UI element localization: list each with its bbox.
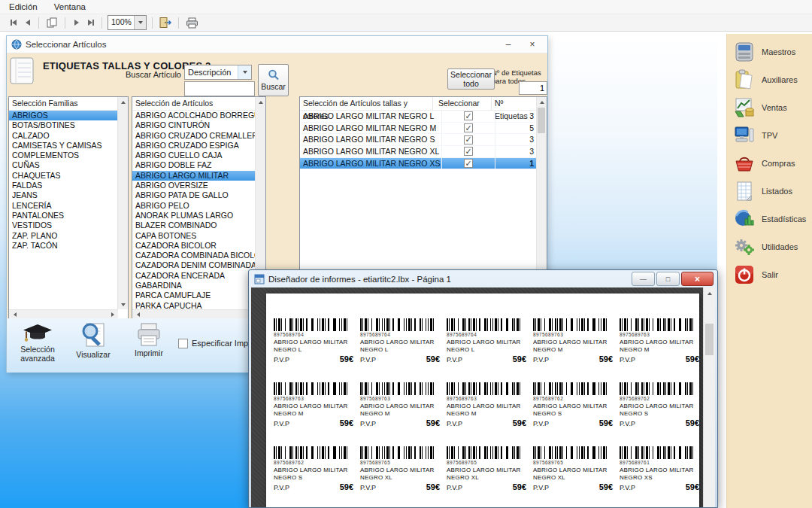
search-button[interactable]: Buscar	[258, 64, 289, 96]
prev-record-button[interactable]	[20, 16, 35, 29]
article-item[interactable]: CAPA BOTONES	[132, 231, 256, 241]
family-item[interactable]: CHAQUETAS	[9, 171, 118, 181]
variant-qty[interactable]: 5	[495, 123, 537, 134]
family-item[interactable]: VESTIDOS	[9, 221, 118, 230]
scroll-up-icon[interactable]	[706, 290, 713, 297]
scroll-up-icon[interactable]	[538, 99, 545, 105]
scroll-up-icon[interactable]	[257, 99, 264, 105]
checkbox-icon[interactable]	[464, 159, 473, 168]
variant-row[interactable]: ABRIGO LARGO MILITAR NEGRO XL 3	[300, 146, 537, 158]
checkbox-icon[interactable]	[464, 135, 473, 144]
variant-select-cell[interactable]	[441, 134, 495, 145]
article-item[interactable]: ABRIGO PELO	[132, 201, 256, 211]
last-record-button[interactable]	[83, 16, 98, 29]
article-item[interactable]: BLAZER COMBINADO	[132, 221, 256, 230]
select-all-button[interactable]: Seleccionar todo	[447, 68, 495, 90]
article-item[interactable]: CAZADORA BICOLOR	[132, 241, 256, 251]
print-toolbar-button[interactable]	[183, 16, 201, 30]
variant-select-cell[interactable]	[441, 123, 495, 134]
article-item[interactable]: ABRIGO CUELLO CAJA	[132, 151, 256, 160]
variant-qty[interactable]: 3	[495, 146, 537, 157]
variant-select-cell[interactable]	[441, 111, 495, 122]
family-item[interactable]: LENCERÍA	[9, 201, 118, 211]
copy-pages-button[interactable]	[43, 16, 61, 30]
scroll-right-icon[interactable]	[109, 312, 116, 318]
sidebar-item-auxiliares[interactable]: Auxiliares	[727, 65, 812, 93]
family-item[interactable]: FALDAS	[9, 181, 118, 190]
article-item[interactable]: ABRIGO CRUZADO ESPIGA	[132, 141, 256, 151]
next-record-button[interactable]	[69, 16, 83, 29]
report-titlebar[interactable]: Diseñador de informes - etiartitc2.lbx -…	[249, 270, 717, 287]
sidebar-item-tpv[interactable]: TPV	[727, 121, 812, 149]
variant-row[interactable]: ABRIGO LARGO MILITAR NEGRO M 5	[300, 123, 537, 135]
article-item[interactable]: CAZADORA ENCERADA	[132, 271, 256, 281]
article-item[interactable]: ABRIGO CINTURÓN	[132, 120, 256, 130]
family-item[interactable]: PANTALONES	[9, 211, 118, 221]
preview-button[interactable]: Visualizar	[70, 321, 117, 360]
specify-printer-checkbox[interactable]	[178, 339, 188, 348]
sidebar-item-listados[interactable]: Listados	[727, 177, 812, 205]
variant-row[interactable]: ABRIGO LARGO MILITAR NEGRO XS 1	[300, 158, 537, 170]
article-item[interactable]: ABRIGO DOBLE FAZ	[132, 160, 256, 170]
article-item[interactable]: ABRIGO PATA DE GALLO	[132, 190, 256, 200]
print-button[interactable]: Imprimir	[126, 322, 172, 358]
variant-qty[interactable]: 1	[495, 158, 537, 169]
family-item[interactable]: CUÑAS	[9, 160, 118, 170]
scrollbar-thumb[interactable]	[705, 324, 714, 355]
variant-row[interactable]: ABRIGO LARGO MILITAR NEGRO L 3	[300, 111, 537, 123]
family-item[interactable]: COMPLEMENTOS	[9, 151, 118, 160]
family-item[interactable]: ZAP. TACÓN	[9, 241, 118, 251]
labels-for-all-input[interactable]	[519, 81, 547, 95]
families-vscrollbar[interactable]	[117, 97, 128, 309]
family-item[interactable]: JEANS	[9, 190, 118, 200]
checkbox-icon[interactable]	[464, 111, 473, 120]
minimize-button[interactable]: —	[632, 272, 655, 286]
select-articles-titlebar[interactable]: Seleccionar Artículos – ×	[7, 36, 547, 53]
menu-ventana[interactable]: Ventana	[54, 2, 86, 11]
variant-select-cell[interactable]	[441, 146, 495, 157]
scrollbar-thumb[interactable]	[538, 108, 545, 133]
variant-qty[interactable]: 3	[495, 111, 537, 122]
report-vscrollbar[interactable]	[703, 287, 715, 507]
sidebar-item-salir[interactable]: Salir	[727, 260, 812, 288]
checkbox-icon[interactable]	[464, 123, 473, 132]
close-button[interactable]: ×	[520, 37, 544, 53]
scroll-up-icon[interactable]	[120, 99, 126, 105]
article-item[interactable]: PARCA CAMUFLAJE	[132, 291, 256, 300]
article-item[interactable]: ABRIGO CRUZADO CREMALLERA	[132, 131, 256, 141]
close-button[interactable]: ×	[681, 272, 714, 286]
dropdown-arrow[interactable]	[238, 65, 251, 79]
sidebar-item-utilidades[interactable]: Utilidades	[727, 233, 812, 260]
family-item[interactable]: CALZADO	[9, 131, 118, 141]
variant-qty[interactable]: 3	[495, 134, 537, 145]
article-item[interactable]: ANORAK PLUMAS LARGO	[132, 211, 256, 221]
sidebar-item-maestros[interactable]: Maestros	[727, 38, 812, 65]
article-item[interactable]: ABRIGO ACOLCHADO BORREGUILLO	[132, 111, 256, 120]
article-item[interactable]: GABARDINA	[132, 281, 256, 291]
scroll-left-icon[interactable]	[11, 312, 18, 318]
scroll-down-icon[interactable]	[120, 301, 126, 308]
article-item[interactable]: PARKA CAPUCHA	[132, 301, 256, 309]
restore-button[interactable]: □	[656, 272, 680, 286]
search-field-select[interactable]: Descripción	[184, 65, 252, 80]
sidebar-item-ventas[interactable]: Ventas	[727, 93, 812, 121]
family-item[interactable]: BOTAS/BOTINES	[9, 120, 118, 130]
article-item[interactable]: ABRIGO OVERSIZE	[132, 181, 256, 190]
first-record-button[interactable]	[6, 16, 20, 29]
family-item[interactable]: ZAP. PLANO	[9, 231, 118, 241]
article-item[interactable]: CAZADORA COMBINADA BICOLOR	[132, 251, 256, 260]
exit-button[interactable]	[156, 16, 174, 30]
zoom-dropdown-arrow[interactable]	[134, 16, 146, 29]
family-item[interactable]: CAMISETAS Y CAMISAS	[9, 141, 118, 151]
scroll-left-icon[interactable]	[135, 312, 141, 318]
article-item[interactable]: CAZADORA DENIM COMBINADA	[132, 260, 256, 270]
variant-select-cell[interactable]	[441, 158, 495, 169]
search-input[interactable]	[184, 81, 255, 96]
advanced-selection-button[interactable]: Selección avanzada	[13, 324, 62, 363]
zoom-select[interactable]: 100%	[108, 15, 147, 30]
variant-row[interactable]: ABRIGO LARGO MILITAR NEGRO S 3	[300, 134, 537, 146]
minimize-button[interactable]: –	[496, 37, 520, 53]
article-item[interactable]: ABRIGO LARGO MILITAR	[132, 171, 256, 181]
menu-edicion[interactable]: Edición	[9, 2, 38, 11]
checkbox-icon[interactable]	[464, 147, 473, 156]
